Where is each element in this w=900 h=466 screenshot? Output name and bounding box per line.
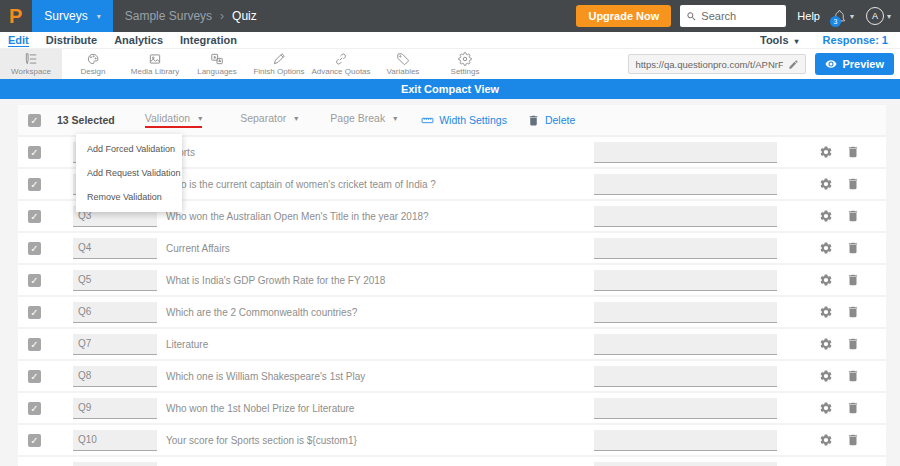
question-delete-button[interactable] <box>846 209 860 223</box>
help-link[interactable]: Help <box>797 10 820 22</box>
question-checkbox[interactable] <box>28 178 41 191</box>
question-checkbox[interactable] <box>28 146 41 159</box>
toolbar-item-workspace[interactable]: Workspace <box>0 49 62 79</box>
search-box[interactable] <box>680 5 786 27</box>
question-checkbox[interactable] <box>28 338 41 351</box>
question-delete-button[interactable] <box>846 401 860 415</box>
question-delete-button[interactable] <box>846 337 860 351</box>
question-checkbox[interactable] <box>28 210 41 223</box>
search-input[interactable] <box>701 10 771 22</box>
width-settings-button[interactable]: Width Settings <box>421 114 507 127</box>
question-answer-input[interactable] <box>594 174 777 195</box>
question-code-input[interactable] <box>73 462 157 466</box>
gear-icon <box>819 433 833 447</box>
question-settings-button[interactable] <box>819 209 833 223</box>
question-settings-button[interactable] <box>819 177 833 191</box>
question-delete-button[interactable] <box>846 145 860 159</box>
toolbar-item-languages[interactable]: Languages <box>186 49 248 79</box>
question-code-input[interactable] <box>73 302 157 323</box>
select-all-checkbox[interactable] <box>28 114 41 127</box>
tab-distribute[interactable]: Distribute <box>46 34 97 46</box>
question-settings-button[interactable] <box>819 305 833 319</box>
question-delete-button[interactable] <box>846 177 860 191</box>
question-text: Who won the Australian Open Men's Title … <box>166 211 429 222</box>
notifications-button[interactable]: 3 <box>832 9 854 24</box>
question-settings-button[interactable] <box>819 273 833 287</box>
question-text: Which one is William Shakespeare's 1st P… <box>166 371 365 382</box>
gear-icon <box>458 52 472 66</box>
preview-button[interactable]: Preview <box>815 53 894 75</box>
breadcrumb-parent[interactable]: Sample Surveys <box>125 9 212 23</box>
tab-edit[interactable]: Edit <box>8 34 29 47</box>
edit-pencil-icon[interactable] <box>788 59 799 70</box>
topbar: P Surveys Sample Surveys Quiz Upgrade No… <box>0 0 900 32</box>
tab-integration[interactable]: Integration <box>180 34 237 46</box>
question-checkbox[interactable] <box>28 434 41 447</box>
toolbar-item-finish-options[interactable]: Finish Options <box>248 49 310 79</box>
question-answer-input[interactable] <box>594 302 777 323</box>
validation-menu-item[interactable]: Remove Validation <box>76 185 182 209</box>
question-delete-button[interactable] <box>846 273 860 287</box>
upgrade-now-button[interactable]: Upgrade Now <box>576 5 671 27</box>
question-answer-input[interactable] <box>594 462 777 466</box>
question-checkbox[interactable] <box>28 274 41 287</box>
validation-dropdown[interactable]: Validation <box>145 112 202 128</box>
question-code-input[interactable] <box>73 366 157 387</box>
question-answer-input[interactable] <box>594 334 777 355</box>
question-code-input[interactable] <box>73 238 157 259</box>
toolbar-item-design[interactable]: Design <box>62 49 124 79</box>
question-code-input[interactable] <box>73 270 157 291</box>
edit-toolbar: Workspace Design Media Library Languages… <box>0 49 900 79</box>
separator-dropdown[interactable]: Separator <box>240 112 298 128</box>
toolbar-item-variables[interactable]: Variables <box>372 49 434 79</box>
question-code-input[interactable] <box>73 398 157 419</box>
question-settings-button[interactable] <box>819 241 833 255</box>
delete-button[interactable]: Delete <box>527 114 575 127</box>
question-settings-button[interactable] <box>819 369 833 383</box>
validation-menu-item[interactable]: Add Forced Validation <box>76 137 182 161</box>
toolbar-item-advance-quotas[interactable]: Advance Quotas <box>310 49 372 79</box>
question-answer-input[interactable] <box>594 238 777 259</box>
toolbar-item-media-library[interactable]: Media Library <box>124 49 186 79</box>
chevron-down-icon <box>294 114 298 123</box>
exit-compact-view-bar[interactable]: Exit Compact View <box>0 79 900 99</box>
languages-icon <box>210 52 224 66</box>
surveys-app-menu[interactable]: Surveys <box>32 0 112 32</box>
survey-url-field[interactable] <box>628 54 806 74</box>
question-text: What is India's GDP Growth Rate for the … <box>166 275 385 286</box>
tab-analytics[interactable]: Analytics <box>114 34 163 46</box>
question-settings-button[interactable] <box>819 433 833 447</box>
question-checkbox[interactable] <box>28 242 41 255</box>
toolbar-item-settings[interactable]: Settings <box>434 49 496 79</box>
question-settings-button[interactable] <box>819 401 833 415</box>
question-text: Current Affairs <box>166 243 230 254</box>
question-delete-button[interactable] <box>846 369 860 383</box>
trash-icon <box>846 209 860 223</box>
tools-menu[interactable]: Tools <box>760 34 799 46</box>
survey-url-input[interactable] <box>635 59 783 70</box>
question-row: Literature <box>18 329 886 361</box>
question-delete-button[interactable] <box>846 305 860 319</box>
question-answer-input[interactable] <box>594 142 777 163</box>
question-answer-input[interactable] <box>594 366 777 387</box>
question-settings-button[interactable] <box>819 337 833 351</box>
question-delete-button[interactable] <box>846 433 860 447</box>
question-checkbox[interactable] <box>28 306 41 319</box>
question-checkbox[interactable] <box>28 402 41 415</box>
response-count[interactable]: Response: 1 <box>823 34 888 46</box>
question-answer-input[interactable] <box>594 270 777 291</box>
gear-icon <box>819 305 833 319</box>
question-answer-input[interactable] <box>594 206 777 227</box>
question-code-input[interactable] <box>73 334 157 355</box>
validation-menu-item[interactable]: Add Request Validation <box>76 161 182 185</box>
page-break-dropdown[interactable]: Page Break <box>330 112 397 128</box>
question-code-input[interactable] <box>73 430 157 451</box>
questionpro-logo: P <box>9 0 22 32</box>
question-delete-button[interactable] <box>846 241 860 255</box>
question-settings-button[interactable] <box>819 145 833 159</box>
question-answer-input[interactable] <box>594 398 777 419</box>
search-icon <box>686 11 697 22</box>
question-checkbox[interactable] <box>28 370 41 383</box>
question-answer-input[interactable] <box>594 430 777 451</box>
account-menu[interactable]: A <box>854 7 891 25</box>
